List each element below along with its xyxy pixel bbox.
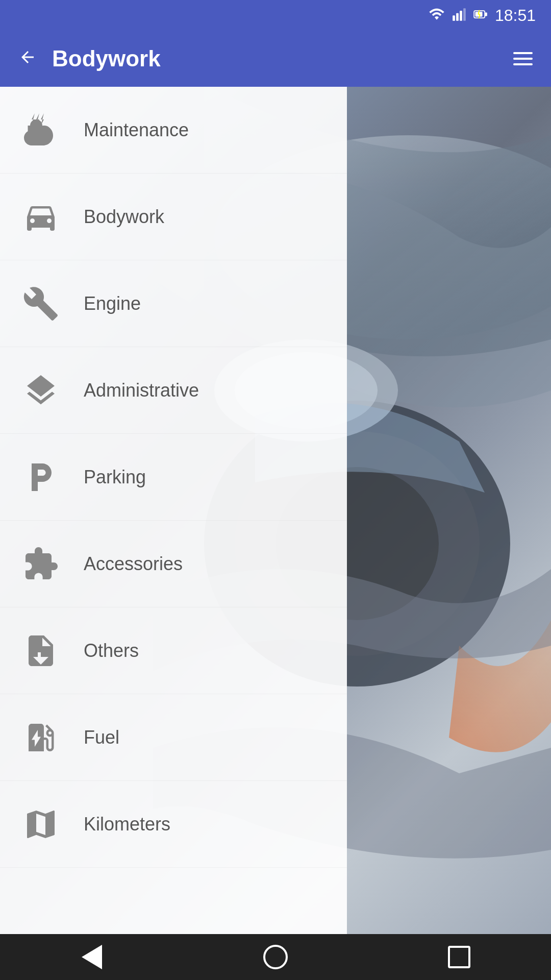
menu-item-bodywork[interactable]: Bodywork — [0, 174, 347, 260]
page-title: Bodywork — [52, 46, 498, 71]
recents-square-icon — [448, 946, 470, 968]
puzzle-icon — [20, 544, 61, 584]
main-content: MaintenanceBodyworkEngineAdministrativeP… — [0, 87, 551, 934]
svg-rect-3 — [463, 8, 466, 21]
wifi-icon — [429, 7, 445, 23]
menu-item-parking[interactable]: Parking — [0, 434, 347, 521]
car-icon — [20, 197, 61, 237]
menu-line-2 — [513, 58, 533, 60]
nav-recents-button[interactable] — [439, 942, 480, 972]
home-circle-icon — [263, 945, 288, 969]
fuel-icon — [20, 717, 61, 758]
menu-label-engine: Engine — [84, 293, 141, 314]
svg-rect-0 — [453, 15, 455, 21]
menu-line-1 — [513, 52, 533, 54]
menu-item-fuel[interactable]: Fuel — [0, 694, 347, 781]
menu-label-administrative: Administrative — [84, 380, 199, 401]
svg-rect-1 — [456, 13, 459, 21]
menu-item-kilometers[interactable]: Kilometers — [0, 781, 347, 868]
battery-icon — [473, 7, 488, 23]
nav-home-button[interactable] — [255, 942, 296, 972]
app-bar: Bodywork — [0, 31, 551, 87]
wrench-icon — [20, 283, 61, 324]
svg-rect-2 — [460, 11, 462, 21]
back-triangle-icon — [82, 945, 102, 969]
menu-label-accessories: Accessories — [84, 553, 183, 575]
status-icons: 18:51 — [429, 6, 536, 25]
svg-rect-5 — [485, 13, 487, 16]
menu-label-fuel: Fuel — [84, 727, 119, 748]
menu-label-maintenance: Maintenance — [84, 119, 189, 141]
menu-label-others: Others — [84, 640, 139, 662]
menu-item-engine[interactable]: Engine — [0, 260, 347, 347]
menu-button[interactable] — [513, 52, 533, 65]
car-wash-icon — [20, 110, 61, 151]
menu-item-accessories[interactable]: Accessories — [0, 521, 347, 607]
menu-panel: MaintenanceBodyworkEngineAdministrativeP… — [0, 87, 347, 934]
menu-label-parking: Parking — [84, 467, 146, 488]
menu-item-others[interactable]: Others — [0, 607, 347, 694]
layers-icon — [20, 370, 61, 411]
back-button[interactable] — [18, 48, 37, 70]
bottom-nav — [0, 934, 551, 980]
status-time: 18:51 — [495, 6, 536, 25]
signal-icon — [452, 7, 466, 23]
map-icon — [20, 804, 61, 845]
parking-icon — [20, 457, 61, 498]
menu-line-3 — [513, 63, 533, 65]
file-plus-icon — [20, 630, 61, 671]
menu-item-maintenance[interactable]: Maintenance — [0, 87, 347, 174]
menu-label-bodywork: Bodywork — [84, 206, 164, 228]
menu-item-administrative[interactable]: Administrative — [0, 347, 347, 434]
status-bar: 18:51 — [0, 0, 551, 31]
nav-back-button[interactable] — [71, 942, 112, 972]
menu-label-kilometers: Kilometers — [84, 814, 170, 835]
